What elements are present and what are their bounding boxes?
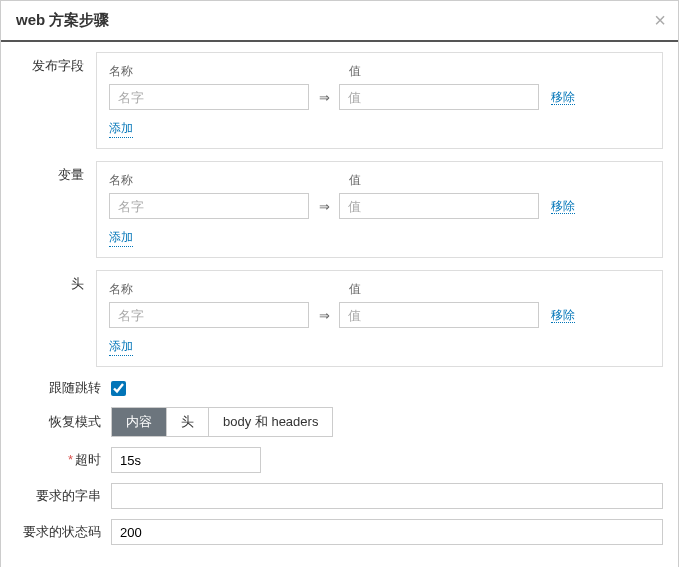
modal-body: 发布字段 名称 值 ⇒ 移除 添加 变量: [1, 42, 678, 560]
retrieve-mode-headers[interactable]: 头: [167, 408, 209, 436]
retrieve-mode-both[interactable]: body 和 headers: [209, 408, 332, 436]
label-timeout: *超时: [16, 451, 111, 469]
remove-button[interactable]: 移除: [551, 90, 575, 105]
header-value-input[interactable]: [339, 302, 539, 328]
add-button[interactable]: 添加: [109, 229, 133, 247]
remove-button[interactable]: 移除: [551, 199, 575, 214]
timeout-input[interactable]: [111, 447, 261, 473]
post-fields-box: 名称 值 ⇒ 移除 添加: [96, 52, 663, 149]
headers-box: 名称 值 ⇒ 移除 添加: [96, 270, 663, 367]
kv-header: 名称 值: [109, 281, 650, 298]
variable-value-input[interactable]: [339, 193, 539, 219]
add-button[interactable]: 添加: [109, 338, 133, 356]
col-value-header: 值: [349, 281, 650, 298]
arrow-icon: ⇒: [309, 199, 339, 214]
kv-header: 名称 值: [109, 172, 650, 189]
modal-header: web 方案步骤 ×: [1, 1, 678, 42]
col-name-header: 名称: [109, 281, 319, 298]
row-status-codes: 要求的状态码: [16, 519, 663, 545]
header-name-input[interactable]: [109, 302, 309, 328]
section-label-headers: 头: [16, 270, 96, 367]
retrieve-mode-content[interactable]: 内容: [112, 408, 167, 436]
col-name-header: 名称: [109, 63, 319, 80]
variables-box: 名称 值 ⇒ 移除 添加: [96, 161, 663, 258]
kv-row: ⇒ 移除: [109, 193, 650, 219]
section-variables: 变量 名称 值 ⇒ 移除 添加: [16, 161, 663, 258]
section-label-post-fields: 发布字段: [16, 52, 96, 149]
row-retrieve-mode: 恢复模式 内容 头 body 和 headers: [16, 407, 663, 437]
modal-title: web 方案步骤: [16, 11, 109, 28]
col-value-header: 值: [349, 63, 650, 80]
row-required-string: 要求的字串: [16, 483, 663, 509]
status-codes-input[interactable]: [111, 519, 663, 545]
modal-footer: 更新 取消: [1, 560, 678, 567]
section-headers: 头 名称 值 ⇒ 移除 添加: [16, 270, 663, 367]
kv-row: ⇒ 移除: [109, 302, 650, 328]
kv-row: ⇒ 移除: [109, 84, 650, 110]
section-label-variables: 变量: [16, 161, 96, 258]
post-field-name-input[interactable]: [109, 84, 309, 110]
row-follow-redirect: 跟随跳转: [16, 379, 663, 397]
required-string-input[interactable]: [111, 483, 663, 509]
col-value-header: 值: [349, 172, 650, 189]
col-name-header: 名称: [109, 172, 319, 189]
label-required-string: 要求的字串: [16, 487, 111, 505]
modal: web 方案步骤 × 发布字段 名称 值 ⇒ 移除 添加: [0, 0, 679, 567]
remove-button[interactable]: 移除: [551, 308, 575, 323]
kv-header: 名称 值: [109, 63, 650, 80]
label-retrieve-mode: 恢复模式: [16, 413, 111, 431]
label-status-codes: 要求的状态码: [16, 523, 111, 541]
variable-name-input[interactable]: [109, 193, 309, 219]
post-field-value-input[interactable]: [339, 84, 539, 110]
close-icon[interactable]: ×: [654, 9, 666, 32]
retrieve-mode-group: 内容 头 body 和 headers: [111, 407, 333, 437]
row-timeout: *超时: [16, 447, 663, 473]
add-button[interactable]: 添加: [109, 120, 133, 138]
arrow-icon: ⇒: [309, 90, 339, 105]
section-post-fields: 发布字段 名称 值 ⇒ 移除 添加: [16, 52, 663, 149]
label-follow-redirect: 跟随跳转: [16, 379, 111, 397]
follow-redirect-checkbox[interactable]: [111, 381, 126, 396]
arrow-icon: ⇒: [309, 308, 339, 323]
